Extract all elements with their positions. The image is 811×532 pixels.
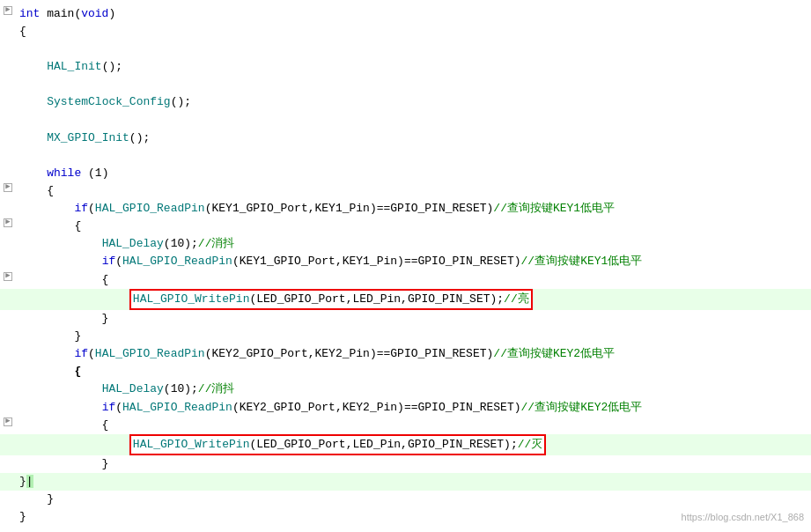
line-content: { (16, 363, 811, 381)
code-line: SystemClock_Config(); (0, 93, 811, 111)
line-content: int main(void) (16, 5, 811, 23)
gutter (0, 310, 16, 311)
line-content: { (16, 417, 811, 434)
code-line: if(HAL_GPIO_ReadPin(KEY1_GPIO_Port,KEY1_… (0, 200, 811, 218)
line-content: HAL_Delay(10);//消抖 (16, 381, 811, 398)
code-line (0, 76, 811, 93)
line-content: if(HAL_GPIO_ReadPin(KEY2_GPIO_Port,KEY2_… (16, 345, 811, 363)
line-content: } (16, 328, 811, 345)
gutter (0, 508, 16, 509)
code-line: HAL_GPIO_WritePin(LED_GPIO_Port,LED_Pin,… (0, 289, 811, 310)
gutter (0, 129, 16, 130)
line-content: HAL_Init(); (16, 58, 811, 76)
code-line: { (0, 23, 811, 41)
line-content: if(HAL_GPIO_ReadPin(KEY1_GPIO_Port,KEY1_… (16, 253, 811, 270)
code-line: ▶int main(void) (0, 5, 811, 23)
gutter (0, 289, 16, 290)
code-line: while (1) (0, 165, 811, 182)
code-line: MX_GPIO_Init(); (0, 129, 811, 147)
watermark: https://blog.csdn.net/X1_868 (682, 510, 804, 525)
gutter (0, 76, 16, 77)
line-content: { (16, 271, 811, 289)
code-line: } (0, 455, 811, 473)
code-line: }| (0, 473, 811, 491)
code-line: { (0, 363, 811, 381)
code-line: } (0, 491, 811, 508)
gutter (0, 434, 16, 435)
gutter (0, 473, 16, 474)
gutter (0, 58, 16, 59)
code-line (0, 112, 811, 129)
gutter (0, 345, 16, 346)
code-line: } (0, 310, 811, 328)
code-line: } (0, 328, 811, 345)
code-line: ▶ { (0, 182, 811, 200)
line-content: HAL_GPIO_WritePin(LED_GPIO_Port,LED_Pin,… (16, 289, 811, 310)
code-line: HAL_Delay(10);//消抖 (0, 235, 811, 253)
code-line: HAL_Init(); (0, 58, 811, 76)
line-content: { (16, 182, 811, 200)
line-content: } (16, 310, 811, 328)
code-line: ▶ { (0, 271, 811, 289)
code-editor: ▶int main(void){ HAL_Init(); SystemClock… (0, 0, 811, 532)
code-line: ▶ { (0, 218, 811, 235)
line-content: { (16, 218, 811, 235)
code-line: HAL_Delay(10);//消抖 (0, 381, 811, 398)
gutter (0, 200, 16, 201)
gutter (0, 112, 16, 113)
code-line: if(HAL_GPIO_ReadPin(KEY1_GPIO_Port,KEY1_… (0, 253, 811, 270)
line-content: if(HAL_GPIO_ReadPin(KEY1_GPIO_Port,KEY1_… (16, 200, 811, 218)
line-content: while (1) (16, 165, 811, 182)
gutter (0, 363, 16, 364)
gutter (0, 23, 16, 24)
line-content: MX_GPIO_Init(); (16, 129, 811, 147)
gutter (0, 399, 16, 400)
gutter (0, 147, 16, 148)
line-content: { (16, 23, 811, 41)
gutter: ▶ (0, 182, 16, 192)
gutter (0, 165, 16, 166)
gutter: ▶ (0, 271, 16, 281)
line-content: HAL_GPIO_WritePin(LED_GPIO_Port,LED_Pin,… (16, 434, 811, 455)
gutter (0, 455, 16, 456)
gutter (0, 253, 16, 254)
gutter (0, 381, 16, 381)
line-content: } (16, 455, 811, 473)
code-line: if(HAL_GPIO_ReadPin(KEY2_GPIO_Port,KEY2_… (0, 345, 811, 363)
gutter (0, 41, 16, 41)
gutter: ▶ (0, 5, 16, 15)
gutter: ▶ (0, 218, 16, 227)
code-line (0, 147, 811, 165)
gutter (0, 328, 16, 329)
code-line: HAL_GPIO_WritePin(LED_GPIO_Port,LED_Pin,… (0, 434, 811, 455)
line-content: if(HAL_GPIO_ReadPin(KEY2_GPIO_Port,KEY2_… (16, 399, 811, 417)
gutter: ▶ (0, 417, 16, 426)
gutter (0, 235, 16, 236)
code-line (0, 41, 811, 58)
line-content: } (16, 491, 811, 508)
line-content: SystemClock_Config(); (16, 93, 811, 111)
gutter (0, 93, 16, 94)
line-content: HAL_Delay(10);//消抖 (16, 235, 811, 253)
gutter (0, 491, 16, 491)
code-line: if(HAL_GPIO_ReadPin(KEY2_GPIO_Port,KEY2_… (0, 399, 811, 417)
line-content: }| (16, 473, 811, 491)
code-line: ▶ { (0, 417, 811, 434)
